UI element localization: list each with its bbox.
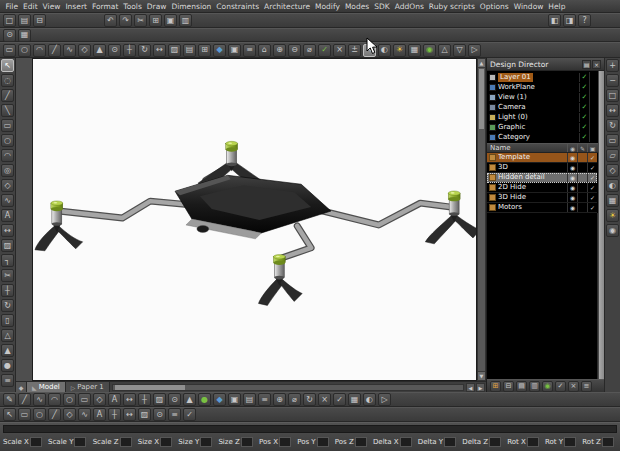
delete-layer-icon[interactable]: ⊟ (503, 381, 514, 392)
taper-tool-icon[interactable]: ▽ (453, 44, 466, 57)
rotate-tool-icon[interactable]: ↻ (303, 393, 316, 406)
undo-icon[interactable]: ↶ (104, 14, 117, 27)
shade-mode-icon[interactable]: ◐ (606, 179, 619, 192)
layer-visibility-toggle[interactable]: ◉ (567, 193, 577, 202)
text-tool-icon[interactable]: A (108, 393, 121, 406)
model-viewport[interactable] (32, 58, 477, 381)
visible-column-icon[interactable]: ◉ (567, 144, 577, 152)
line-tool-icon[interactable]: ╱ (1, 89, 14, 102)
status-field-input[interactable] (489, 437, 501, 447)
circle-tool-icon[interactable]: ○ (33, 408, 46, 421)
circle-tool-icon[interactable]: ○ (63, 393, 76, 406)
layer-row[interactable]: 3D ◉ ✓ (487, 163, 597, 173)
status-field-input[interactable] (602, 437, 614, 447)
rectangle-tool-icon[interactable]: ▭ (18, 408, 31, 421)
tree-visibility-check[interactable]: ✓ (579, 83, 589, 92)
arc-tool-icon[interactable]: ◠ (48, 393, 61, 406)
tree-item[interactable]: WorkPlane ✓ (489, 82, 597, 92)
scale-tool-icon[interactable]: △ (438, 44, 451, 57)
layer-lock-toggle[interactable]: ✓ (587, 153, 597, 162)
tree-visibility-check[interactable]: ✓ (579, 133, 589, 142)
drone-rotor-left[interactable] (51, 201, 63, 226)
camera-view-icon[interactable]: ◉ (606, 224, 619, 237)
polygon-tool-icon[interactable]: ◇ (78, 44, 91, 57)
rectangle-tool-icon[interactable]: ▭ (3, 44, 16, 57)
status-field-input[interactable] (355, 437, 367, 447)
tree-item[interactable]: Light (0) ✓ (489, 112, 597, 122)
mirror-tool-icon[interactable]: ▯ (1, 314, 14, 327)
tree-extra-check[interactable] (589, 112, 597, 122)
select-tool-icon[interactable]: ↖ (363, 44, 376, 57)
layer-edit-toggle[interactable] (577, 163, 587, 172)
polygon-tool-icon[interactable]: ◇ (93, 393, 106, 406)
polygon-tool-icon[interactable]: ◇ (63, 408, 76, 421)
panel-close-icon[interactable]: × (592, 60, 601, 69)
run-icon[interactable]: ▷ (378, 393, 391, 406)
play-icon[interactable]: ▷ (468, 44, 481, 57)
layer-visibility-toggle[interactable]: ◉ (567, 163, 577, 172)
rectangle-tool-icon[interactable]: ▭ (78, 393, 91, 406)
spline-tool-icon[interactable]: ∿ (78, 408, 91, 421)
sun-light-icon[interactable]: ☀ (606, 209, 619, 222)
status-field-input[interactable] (279, 437, 291, 447)
new-file-icon[interactable]: □ (3, 14, 16, 27)
move-tool-icon[interactable]: ┼ (123, 44, 136, 57)
open-file-icon[interactable]: ▤ (18, 14, 31, 27)
drone-rotor-front[interactable] (273, 255, 285, 280)
layer-properties-icon[interactable]: ▤ (516, 381, 527, 392)
rotate-tool-icon[interactable]: ↻ (1, 299, 14, 312)
menu-item[interactable]: Draw (144, 2, 169, 11)
layer-visibility-toggle[interactable]: ◉ (567, 173, 577, 182)
status-field-input[interactable] (120, 437, 132, 447)
diameter-dim-icon[interactable]: ⌀ (288, 393, 301, 406)
tree-visibility-check[interactable]: ✓ (579, 113, 589, 122)
status-field-input[interactable] (444, 437, 456, 447)
toggle-visibility-icon[interactable]: ◉ (542, 381, 553, 392)
front-view-icon[interactable]: ▱ (606, 149, 619, 162)
menu-item[interactable]: Window (511, 2, 546, 11)
tree-extra-check[interactable] (589, 92, 597, 102)
layer-edit-toggle[interactable] (577, 183, 587, 192)
pencil-tool-icon[interactable]: ✎ (3, 393, 16, 406)
horizontal-scroll-thumb[interactable] (115, 385, 185, 390)
panel-menu-icon[interactable]: ▤ (582, 60, 591, 69)
circle-tool-icon[interactable]: ○ (18, 44, 31, 57)
horizontal-scrollbar[interactable] (112, 384, 464, 391)
menu-item[interactable]: Options (477, 2, 511, 11)
properties-icon[interactable]: ≡ (258, 393, 271, 406)
layer-edit-toggle[interactable] (577, 153, 587, 162)
layer-lock-toggle[interactable]: ✓ (587, 173, 597, 182)
layer-visibility-toggle[interactable]: ◉ (567, 183, 577, 192)
layer-lock-toggle[interactable]: ✓ (587, 163, 597, 172)
spline-tool-icon[interactable]: ∿ (63, 44, 76, 57)
layer-visibility-toggle[interactable]: ◉ (567, 153, 577, 162)
sort-layers-icon[interactable]: ▥ (529, 381, 540, 392)
menu-item[interactable]: Help (546, 2, 568, 11)
offset-tool-icon[interactable]: ± (348, 44, 361, 57)
drone-body[interactable] (175, 175, 331, 239)
sheet-tab[interactable]: ▷ Paper 1 (66, 382, 110, 393)
scroll-down-button[interactable]: ▼ (478, 371, 485, 380)
trim-tool-icon[interactable]: ✂ (1, 269, 14, 282)
rectangle-tool-icon[interactable]: ▭ (1, 119, 14, 132)
tree-visibility-check[interactable]: ✓ (579, 103, 589, 112)
scale-tool-icon[interactable]: △ (1, 329, 14, 342)
menu-item[interactable]: Edit (21, 2, 41, 11)
name-column-header[interactable]: Name (487, 144, 567, 153)
light-icon[interactable]: ☀ (393, 44, 406, 57)
layer-row[interactable]: 3D Hide ◉ ✓ (487, 193, 597, 203)
grid-icon[interactable]: ▦ (348, 393, 361, 406)
list-icon[interactable]: ≡ (168, 408, 181, 421)
layer-lock-toggle[interactable]: ✓ (587, 203, 597, 212)
ellipse-tool-icon[interactable]: ◎ (1, 164, 14, 177)
save-file-icon[interactable]: ⊟ (33, 14, 46, 27)
sphere-tool-icon[interactable]: ● (1, 359, 14, 372)
validate-icon[interactable]: ✓ (318, 44, 331, 57)
extrude-tool-icon[interactable]: ▲ (1, 344, 14, 357)
erase-tool-icon[interactable]: × (318, 393, 331, 406)
status-field-input[interactable] (160, 437, 172, 447)
help-icon[interactable]: ? (578, 14, 591, 27)
rotate-tool-icon[interactable]: ↻ (138, 44, 151, 57)
dimension-tool-icon[interactable]: ↔ (1, 224, 14, 237)
select-tool-icon[interactable]: ↖ (3, 408, 16, 421)
